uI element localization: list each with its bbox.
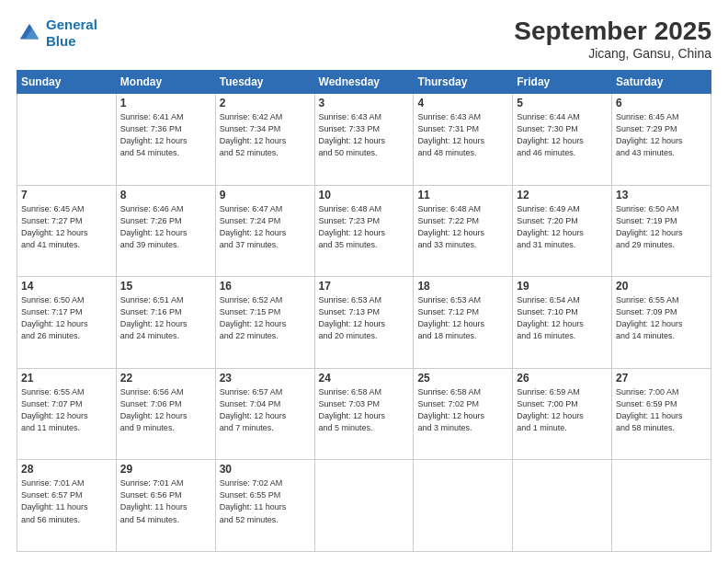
calendar-cell: 12Sunrise: 6:49 AM Sunset: 7:20 PM Dayli… — [513, 185, 612, 277]
day-info: Sunrise: 6:43 AM Sunset: 7:33 PM Dayligh… — [319, 111, 410, 159]
location-subtitle: Jicang, Gansu, China — [514, 46, 711, 61]
day-number: 16 — [220, 280, 311, 293]
day-info: Sunrise: 6:45 AM Sunset: 7:29 PM Dayligh… — [616, 111, 707, 159]
calendar-cell: 30Sunrise: 7:02 AM Sunset: 6:55 PM Dayli… — [215, 460, 314, 552]
day-info: Sunrise: 6:51 AM Sunset: 7:16 PM Dayligh… — [120, 294, 211, 342]
day-info: Sunrise: 6:45 AM Sunset: 7:27 PM Dayligh… — [21, 203, 112, 251]
day-number: 15 — [120, 280, 211, 293]
header: General Blue September 2025 Jicang, Gans… — [17, 17, 711, 61]
calendar-cell: 16Sunrise: 6:52 AM Sunset: 7:15 PM Dayli… — [215, 277, 314, 369]
day-number: 17 — [319, 280, 410, 293]
day-info: Sunrise: 6:50 AM Sunset: 7:17 PM Dayligh… — [21, 294, 112, 342]
day-number: 3 — [319, 97, 410, 109]
day-number: 11 — [417, 189, 508, 201]
day-info: Sunrise: 6:58 AM Sunset: 7:02 PM Dayligh… — [417, 386, 508, 434]
calendar-header-wednesday: Wednesday — [314, 71, 414, 94]
page: General Blue September 2025 Jicang, Gans… — [0, 0, 728, 563]
day-number: 10 — [319, 189, 410, 201]
calendar-cell: 26Sunrise: 6:59 AM Sunset: 7:00 PM Dayli… — [513, 368, 612, 460]
day-number: 1 — [120, 97, 211, 109]
day-info: Sunrise: 7:00 AM Sunset: 6:59 PM Dayligh… — [616, 386, 707, 434]
day-number: 19 — [517, 280, 608, 293]
calendar-cell: 27Sunrise: 7:00 AM Sunset: 6:59 PM Dayli… — [612, 368, 711, 460]
day-number: 26 — [517, 372, 608, 385]
calendar-cell: 18Sunrise: 6:53 AM Sunset: 7:12 PM Dayli… — [414, 277, 513, 369]
day-number: 12 — [517, 189, 608, 201]
day-info: Sunrise: 6:44 AM Sunset: 7:30 PM Dayligh… — [517, 111, 608, 159]
calendar-header-thursday: Thursday — [414, 71, 513, 94]
day-info: Sunrise: 6:48 AM Sunset: 7:22 PM Dayligh… — [417, 203, 508, 251]
calendar-cell: 1Sunrise: 6:41 AM Sunset: 7:36 PM Daylig… — [116, 94, 215, 186]
calendar-week-1: 1Sunrise: 6:41 AM Sunset: 7:36 PM Daylig… — [17, 94, 711, 186]
title-block: September 2025 Jicang, Gansu, China — [514, 17, 711, 61]
logo-line2: Blue — [46, 33, 76, 49]
calendar-cell — [17, 94, 117, 186]
calendar-cell: 15Sunrise: 6:51 AM Sunset: 7:16 PM Dayli… — [116, 277, 215, 369]
day-info: Sunrise: 6:58 AM Sunset: 7:03 PM Dayligh… — [319, 386, 410, 434]
calendar-table: SundayMondayTuesdayWednesdayThursdayFrid… — [17, 70, 711, 552]
day-info: Sunrise: 6:55 AM Sunset: 7:07 PM Dayligh… — [21, 386, 112, 434]
calendar-header-sunday: Sunday — [17, 71, 117, 94]
calendar-cell: 7Sunrise: 6:45 AM Sunset: 7:27 PM Daylig… — [17, 185, 117, 277]
calendar-cell: 14Sunrise: 6:50 AM Sunset: 7:17 PM Dayli… — [17, 277, 117, 369]
day-number: 5 — [517, 97, 608, 109]
logo-icon — [17, 20, 42, 46]
calendar-cell — [513, 460, 612, 552]
day-number: 28 — [21, 463, 112, 476]
day-info: Sunrise: 6:53 AM Sunset: 7:12 PM Dayligh… — [417, 294, 508, 342]
logo-text: General Blue — [46, 17, 97, 50]
day-info: Sunrise: 6:55 AM Sunset: 7:09 PM Dayligh… — [616, 294, 707, 342]
day-number: 25 — [417, 372, 508, 385]
month-title: September 2025 — [514, 17, 711, 46]
calendar-cell: 25Sunrise: 6:58 AM Sunset: 7:02 PM Dayli… — [414, 368, 513, 460]
day-number: 13 — [616, 189, 707, 201]
calendar-cell — [612, 460, 711, 552]
calendar-cell: 23Sunrise: 6:57 AM Sunset: 7:04 PM Dayli… — [215, 368, 314, 460]
day-info: Sunrise: 6:53 AM Sunset: 7:13 PM Dayligh… — [319, 294, 410, 342]
day-info: Sunrise: 6:50 AM Sunset: 7:19 PM Dayligh… — [616, 203, 707, 251]
calendar-cell: 29Sunrise: 7:01 AM Sunset: 6:56 PM Dayli… — [116, 460, 215, 552]
day-info: Sunrise: 6:49 AM Sunset: 7:20 PM Dayligh… — [517, 203, 608, 251]
calendar-cell: 4Sunrise: 6:43 AM Sunset: 7:31 PM Daylig… — [414, 94, 513, 186]
day-number: 9 — [220, 189, 311, 201]
calendar-week-4: 21Sunrise: 6:55 AM Sunset: 7:07 PM Dayli… — [17, 368, 711, 460]
day-info: Sunrise: 6:47 AM Sunset: 7:24 PM Dayligh… — [220, 203, 311, 251]
calendar-cell: 6Sunrise: 6:45 AM Sunset: 7:29 PM Daylig… — [612, 94, 711, 186]
calendar-header-tuesday: Tuesday — [215, 71, 314, 94]
day-number: 6 — [616, 97, 707, 109]
calendar-cell: 9Sunrise: 6:47 AM Sunset: 7:24 PM Daylig… — [215, 185, 314, 277]
day-info: Sunrise: 6:43 AM Sunset: 7:31 PM Dayligh… — [417, 111, 508, 159]
day-number: 14 — [21, 280, 112, 293]
day-number: 4 — [417, 97, 508, 109]
calendar-cell: 22Sunrise: 6:56 AM Sunset: 7:06 PM Dayli… — [116, 368, 215, 460]
day-number: 8 — [120, 189, 211, 201]
calendar-header-row: SundayMondayTuesdayWednesdayThursdayFrid… — [17, 71, 711, 94]
day-info: Sunrise: 6:48 AM Sunset: 7:23 PM Dayligh… — [319, 203, 410, 251]
day-info: Sunrise: 7:01 AM Sunset: 6:56 PM Dayligh… — [120, 477, 211, 525]
day-info: Sunrise: 6:41 AM Sunset: 7:36 PM Dayligh… — [120, 111, 211, 159]
day-number: 29 — [120, 463, 211, 476]
day-number: 23 — [220, 372, 311, 385]
day-info: Sunrise: 6:46 AM Sunset: 7:26 PM Dayligh… — [120, 203, 211, 251]
day-info: Sunrise: 7:01 AM Sunset: 6:57 PM Dayligh… — [21, 477, 112, 525]
day-info: Sunrise: 6:56 AM Sunset: 7:06 PM Dayligh… — [120, 386, 211, 434]
day-number: 2 — [220, 97, 311, 109]
day-number: 22 — [120, 372, 211, 385]
day-number: 7 — [21, 189, 112, 201]
calendar-header-monday: Monday — [116, 71, 215, 94]
calendar-cell: 10Sunrise: 6:48 AM Sunset: 7:23 PM Dayli… — [314, 185, 414, 277]
day-number: 27 — [616, 372, 707, 385]
calendar-cell: 11Sunrise: 6:48 AM Sunset: 7:22 PM Dayli… — [414, 185, 513, 277]
logo: General Blue — [17, 17, 97, 50]
calendar-cell: 13Sunrise: 6:50 AM Sunset: 7:19 PM Dayli… — [612, 185, 711, 277]
calendar-cell: 17Sunrise: 6:53 AM Sunset: 7:13 PM Dayli… — [314, 277, 414, 369]
calendar-cell: 5Sunrise: 6:44 AM Sunset: 7:30 PM Daylig… — [513, 94, 612, 186]
day-info: Sunrise: 7:02 AM Sunset: 6:55 PM Dayligh… — [220, 477, 311, 525]
day-info: Sunrise: 6:42 AM Sunset: 7:34 PM Dayligh… — [220, 111, 311, 159]
calendar-cell — [314, 460, 414, 552]
day-number: 21 — [21, 372, 112, 385]
calendar-cell: 28Sunrise: 7:01 AM Sunset: 6:57 PM Dayli… — [17, 460, 117, 552]
calendar-cell: 19Sunrise: 6:54 AM Sunset: 7:10 PM Dayli… — [513, 277, 612, 369]
calendar-header-saturday: Saturday — [612, 71, 711, 94]
calendar-cell: 8Sunrise: 6:46 AM Sunset: 7:26 PM Daylig… — [116, 185, 215, 277]
